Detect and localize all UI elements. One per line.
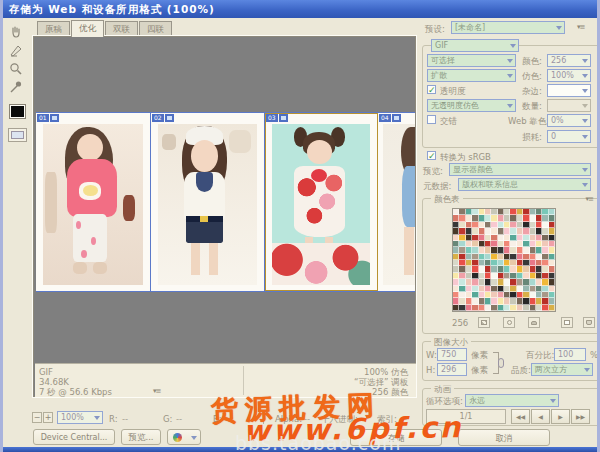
chevron-down-icon	[510, 44, 516, 51]
metadata-select[interactable]: 版权和联系信息	[458, 178, 591, 191]
cancel-button[interactable]: 取消	[458, 429, 550, 446]
tab-label: 四联	[147, 24, 164, 34]
lock-color-icon[interactable]	[528, 317, 540, 328]
metadata-value: 版权和联系信息	[462, 180, 518, 189]
lossy-select[interactable]: 0	[547, 130, 591, 143]
alpha-label: Alpha:	[275, 413, 302, 425]
preview-canvas[interactable]: 01	[34, 37, 415, 362]
slice-03-selected[interactable]: 03	[265, 113, 378, 291]
zoom-in-button[interactable]: +	[43, 412, 53, 423]
slice-number-badge: 02	[152, 114, 164, 122]
alpha-value: --	[304, 413, 310, 425]
color-table-group: 颜色表 ▾≡ 256	[422, 198, 600, 334]
tab-2up[interactable]: 双联	[105, 21, 138, 36]
transparency-label: 透明度	[440, 85, 466, 97]
zoom-level-value: 100%	[61, 413, 84, 422]
first-frame-button[interactable]: ◀◀	[511, 409, 530, 424]
matte-label: 杂边:	[522, 85, 542, 97]
slice-type-icon	[392, 114, 401, 122]
percent-label: 百分比:	[526, 349, 554, 361]
height-unit: 像素	[471, 364, 488, 376]
loop-label: 循环选项:	[426, 395, 463, 407]
eyedropper-color-swatch[interactable]	[9, 104, 26, 119]
zoom-out-button[interactable]: −	[32, 412, 42, 423]
preset-panel-menu-icon[interactable]: ▾≡	[577, 23, 584, 31]
delete-color-icon[interactable]	[583, 317, 595, 328]
slice-type-icon	[279, 114, 288, 122]
websnap-value: 0%	[551, 116, 564, 125]
colors-select[interactable]: 256	[547, 54, 591, 67]
tab-4up[interactable]: 四联	[139, 21, 172, 36]
quality-select[interactable]: 两次立方	[531, 363, 593, 376]
play-button[interactable]: ▶	[551, 409, 570, 424]
chevron-down-icon	[507, 59, 513, 66]
chevron-down-icon	[191, 436, 197, 443]
amount-label: 数量:	[522, 100, 542, 112]
preview-in-browser-button[interactable]: 预览...	[121, 429, 161, 445]
link-icon[interactable]	[498, 358, 504, 368]
transparency-checkbox[interactable]: ✓	[427, 85, 436, 94]
slice-02[interactable]: 02	[151, 113, 265, 291]
preview-mode-select[interactable]: 显示器颜色	[449, 163, 591, 176]
amount-select[interactable]	[547, 99, 591, 112]
slice-04[interactable]: 04	[378, 113, 415, 291]
zoom-tool[interactable]	[8, 61, 26, 79]
device-central-button[interactable]: Device Central...	[33, 429, 115, 445]
transparency-dither-select[interactable]: 无透明度仿色	[427, 99, 516, 112]
map-transparent-icon[interactable]	[478, 317, 490, 328]
preset-select[interactable]: [未命名]	[451, 21, 565, 34]
tab-optimized[interactable]: 优化	[71, 20, 104, 37]
save-for-web-dialog: 存储为 Web 和设备所用格式 (100%) 原稿 优化 双联 四联 01	[0, 0, 600, 452]
height-input[interactable]: 296	[437, 363, 467, 376]
b-value: --	[226, 413, 232, 425]
dither-value: 100%	[551, 71, 574, 80]
slice-select-tool[interactable]	[8, 43, 26, 61]
new-color-icon[interactable]	[561, 317, 573, 328]
zoom-level-select[interactable]: 100%	[57, 411, 103, 424]
loop-value: 永远	[469, 396, 485, 405]
next-frame-button[interactable]: ▶▶	[571, 409, 590, 424]
tab-original[interactable]: 原稿	[37, 21, 70, 36]
matte-select[interactable]	[547, 84, 591, 97]
web-shift-icon[interactable]	[503, 317, 515, 328]
slice-number-badge: 01	[37, 114, 49, 122]
magnifier-icon	[8, 61, 24, 77]
loop-select[interactable]: 永远	[465, 394, 559, 407]
slice-01[interactable]: 01	[36, 113, 151, 291]
percent-input[interactable]: 100	[554, 348, 586, 361]
hand-tool[interactable]	[8, 24, 26, 42]
width-input[interactable]: 750	[437, 348, 467, 361]
chevron-down-icon	[582, 89, 588, 96]
download-time-menu-icon[interactable]: ▾≡	[153, 387, 160, 395]
chevron-down-icon	[507, 104, 513, 111]
format-select[interactable]: GIF	[431, 39, 519, 52]
color-table-menu-icon[interactable]: ▾≡	[586, 195, 593, 203]
color-reduction-select[interactable]: 可选择	[427, 54, 516, 67]
websnap-select[interactable]: 0%	[547, 114, 591, 127]
r-value: --	[122, 413, 128, 425]
dither-method-select[interactable]: 扩散	[427, 69, 516, 82]
previous-frame-button[interactable]: ◀	[531, 409, 550, 424]
percent-unit: %	[590, 349, 598, 361]
image-size-title: 图像大小	[431, 337, 471, 347]
playback-controls: ◀◀◀▶▶▶	[510, 409, 590, 424]
divider	[243, 366, 244, 395]
eyedropper-tool[interactable]	[8, 79, 26, 97]
preview-mode-label: 预览:	[423, 165, 443, 177]
slice-select-icon	[8, 43, 24, 59]
dither-amount-select[interactable]: 100%	[547, 69, 591, 82]
srgb-checkbox[interactable]: ✓	[427, 151, 436, 160]
interlaced-checkbox[interactable]	[427, 115, 436, 124]
index-value: --	[401, 413, 407, 425]
browser-select[interactable]	[167, 429, 201, 445]
title-bar[interactable]: 存储为 Web 和设备所用格式 (100%)	[3, 0, 600, 18]
save-button[interactable]: 存储	[350, 429, 442, 446]
interlaced-label: 交错	[440, 115, 457, 127]
color-swatch[interactable]	[549, 305, 555, 311]
toggle-slices-visibility-button[interactable]	[8, 128, 27, 142]
optimized-preview-area[interactable]: 01	[33, 36, 416, 397]
slice-number-badge: 03	[266, 114, 278, 122]
frame-counter: 1/1	[426, 409, 506, 424]
chevron-down-icon	[550, 399, 556, 406]
quality-value: 两次立方	[535, 365, 567, 374]
